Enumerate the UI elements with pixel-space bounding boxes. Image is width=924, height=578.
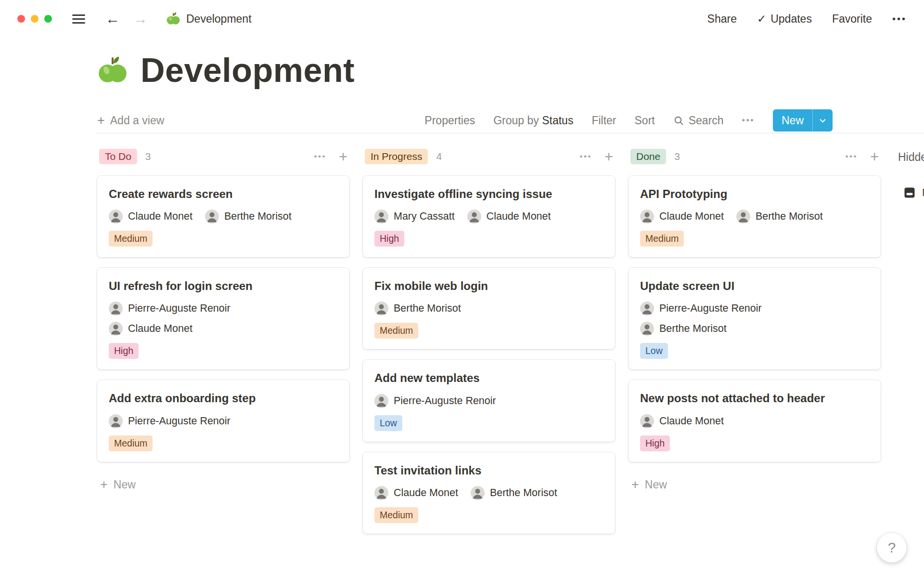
assignee-name: Claude Monet	[128, 210, 192, 223]
assignee: Pierre-Auguste Renoir	[640, 302, 762, 315]
card-assignees: Claude MonetBerthe Morisot	[640, 210, 847, 223]
check-icon: ✓	[757, 13, 766, 26]
card-priority-row: Medium	[374, 507, 603, 523]
kanban-card[interactable]: Fix mobile web loginBerthe MorisotMedium	[363, 268, 615, 349]
board-column-done: Done3•••+API PrototypingClaude MonetBert…	[629, 148, 881, 497]
breadcrumb-title: Development	[186, 13, 252, 26]
add-card-button[interactable]: +New	[629, 473, 881, 497]
filter-button[interactable]: Filter	[591, 114, 616, 127]
card-title: Investigate offline syncing issue	[374, 186, 603, 201]
assignee-name: Claude Monet	[128, 323, 192, 335]
avatar-icon	[374, 394, 388, 408]
group-by-value: Status	[542, 114, 573, 127]
properties-button[interactable]: Properties	[424, 114, 475, 127]
top-bar-actions: Share ✓ Updates Favorite •••	[707, 13, 907, 26]
avatar-icon	[736, 210, 750, 223]
kanban-card[interactable]: Create rewards screenClaude MonetBerthe …	[97, 176, 349, 257]
assignee-name: Pierre-Auguste Renoir	[394, 395, 496, 407]
more-options-icon[interactable]: •••	[892, 13, 907, 25]
column-more-icon[interactable]: •••	[580, 152, 592, 161]
card-assignees: Pierre-Auguste Renoir	[374, 394, 581, 408]
forward-arrow-icon: →	[133, 12, 148, 26]
new-button[interactable]: New	[773, 109, 833, 131]
kanban-card[interactable]: Update screen UIPierre-Auguste RenoirBer…	[629, 268, 881, 369]
help-button[interactable]: ?	[877, 533, 907, 563]
assignee-name: Claude Monet	[487, 210, 551, 223]
page-title[interactable]: Development	[141, 51, 355, 90]
hidden-columns-label[interactable]: Hidden columns	[894, 149, 924, 164]
card-title: Create rewards screen	[109, 186, 338, 201]
card-priority-row: Medium	[374, 323, 603, 339]
favorite-button[interactable]: Favorite	[832, 13, 872, 26]
zoom-window-button[interactable]	[44, 15, 52, 23]
breadcrumb[interactable]: Development	[166, 12, 252, 26]
search-button[interactable]: Search	[673, 114, 724, 127]
sidebar-toggle-icon[interactable]	[72, 14, 85, 24]
assignee-name: Claude Monet	[659, 415, 724, 427]
priority-badge: Low	[374, 415, 402, 431]
column-count: 4	[436, 151, 442, 162]
hidden-group-icon	[903, 186, 916, 199]
column-more-icon[interactable]: •••	[314, 152, 326, 161]
avatar-icon	[109, 210, 123, 223]
assignee-name: Mary Cassatt	[394, 210, 455, 223]
avatar-icon	[471, 486, 485, 500]
priority-badge: Medium	[374, 507, 418, 523]
updates-button[interactable]: ✓ Updates	[757, 13, 812, 26]
column-header-done: Done3•••+	[629, 148, 881, 165]
assignee-name: Pierre-Auguste Renoir	[128, 302, 231, 315]
chevron-down-icon[interactable]	[812, 109, 833, 131]
avatar-icon	[374, 486, 388, 500]
card-priority-row: Medium	[109, 435, 338, 451]
kanban-card[interactable]: Add extra onboarding stepPierre-Auguste …	[97, 380, 349, 461]
group-by-button[interactable]: Group by Status	[493, 114, 573, 127]
kanban-card[interactable]: Add new templatesPierre-Auguste RenoirLo…	[363, 360, 615, 441]
priority-badge: Medium	[109, 231, 153, 247]
add-card-button[interactable]: +New	[97, 473, 349, 497]
column-status-badge[interactable]: In Progress	[365, 149, 428, 164]
card-priority-row: High	[109, 343, 338, 359]
add-view-button[interactable]: + Add a view	[97, 114, 164, 127]
priority-badge: Medium	[109, 435, 153, 451]
kanban-card[interactable]: New posts not attached to headerClaude M…	[629, 380, 881, 461]
assignee: Berthe Morisot	[640, 322, 727, 336]
kanban-card[interactable]: Test invitation linksClaude MonetBerthe …	[363, 452, 615, 534]
column-add-icon[interactable]: +	[604, 149, 613, 164]
column-header-to-do: To Do3•••+	[97, 148, 349, 165]
column-status-badge[interactable]: Done	[630, 149, 666, 164]
share-button[interactable]: Share	[707, 13, 737, 26]
column-status-badge[interactable]: To Do	[99, 149, 137, 164]
column-add-icon[interactable]: +	[870, 149, 879, 164]
card-title: Test invitation links	[374, 463, 603, 478]
assignee: Berthe Morisot	[205, 210, 292, 223]
kanban-card[interactable]: Investigate offline syncing issueMary Ca…	[363, 176, 615, 257]
assignee-name: Pierre-Auguste Renoir	[128, 415, 231, 427]
plus-icon: +	[100, 478, 108, 491]
avatar-icon	[640, 302, 654, 315]
card-priority-row: Medium	[640, 231, 869, 247]
card-priority-row: Low	[374, 415, 603, 431]
hidden-group-no-status[interactable]: No Status	[894, 186, 924, 199]
assignee: Claude Monet	[640, 210, 724, 223]
column-add-icon[interactable]: +	[339, 149, 347, 164]
back-arrow-icon[interactable]: ←	[105, 12, 120, 26]
toolbar-more-icon[interactable]: •••	[742, 116, 755, 126]
avatar-icon	[109, 322, 123, 336]
kanban-card[interactable]: API PrototypingClaude MonetBerthe Moriso…	[629, 176, 881, 257]
apple-page-icon-large[interactable]	[97, 55, 128, 86]
plus-icon: +	[631, 478, 639, 491]
avatar-icon	[109, 302, 123, 315]
page-header: Development	[0, 51, 924, 90]
sort-button[interactable]: Sort	[635, 114, 655, 127]
assignee-name: Claude Monet	[659, 210, 724, 223]
assignee: Berthe Morisot	[374, 302, 461, 315]
kanban-card[interactable]: UI refresh for login screenPierre-August…	[97, 268, 349, 369]
card-title: Add extra onboarding step	[109, 391, 338, 406]
minimize-window-button[interactable]	[31, 15, 38, 23]
card-title: New posts not attached to header	[640, 391, 869, 406]
card-priority-row: Medium	[109, 231, 338, 247]
close-window-button[interactable]	[17, 15, 25, 23]
column-more-icon[interactable]: •••	[846, 152, 858, 161]
search-icon	[673, 115, 684, 126]
assignee: Pierre-Auguste Renoir	[374, 394, 496, 408]
